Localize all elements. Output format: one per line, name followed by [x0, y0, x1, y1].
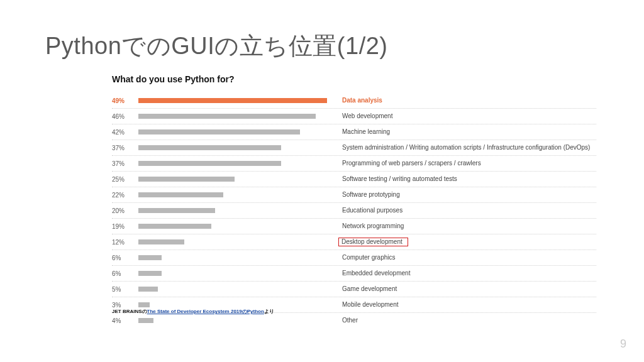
- chart-bar-track: [138, 255, 327, 260]
- chart-bar: [138, 239, 184, 244]
- chart-row-label: Network programming: [341, 222, 405, 231]
- chart-bar: [138, 255, 162, 260]
- chart-bar: [138, 114, 316, 119]
- chart-bar: [138, 287, 158, 292]
- source-prefix: JET BRAINSの: [112, 309, 147, 314]
- page-number: 9: [620, 337, 626, 351]
- chart-row-percent: 42%: [112, 129, 138, 136]
- chart-row: 49%Data analysis: [112, 93, 596, 109]
- chart-row-label: Programming of web parsers / scrapers / …: [341, 159, 482, 168]
- chart-row: 19%Network programming: [112, 219, 596, 234]
- chart-row: 37%System administration / Writing autom…: [112, 140, 596, 156]
- chart-title: What do you use Python for?: [112, 74, 596, 84]
- chart-rows: 49%Data analysis46%Web development42%Mac…: [112, 93, 596, 328]
- chart-bar-track: [138, 302, 327, 307]
- chart-row-percent: 12%: [112, 239, 138, 246]
- chart-row: 12%Desktop development: [112, 234, 596, 250]
- chart-bar-track: [138, 192, 327, 197]
- chart-row-label: Other: [341, 316, 359, 325]
- source-suffix: より: [264, 309, 274, 314]
- chart-row-percent: 6%: [112, 255, 138, 261]
- chart-row: 42%Machine learning: [112, 124, 596, 140]
- chart-row-percent: 20%: [112, 207, 138, 214]
- chart-row-label: Software prototyping: [341, 190, 401, 199]
- chart-row: 5%Game development: [112, 282, 596, 297]
- chart-bar: [138, 129, 300, 134]
- chart-bar-track: [138, 129, 327, 134]
- chart-row-label: Desktop development: [338, 238, 408, 246]
- chart-row: 37%Programming of web parsers / scrapers…: [112, 156, 596, 172]
- chart-bar: [138, 98, 327, 103]
- source-link[interactable]: The State of Developer Ecosystem 2019のPy…: [147, 309, 264, 314]
- chart-block: What do you use Python for? 49%Data anal…: [112, 74, 596, 328]
- chart-row-label: Educational purposes: [341, 206, 404, 215]
- chart-row-percent: 3%: [112, 302, 138, 309]
- chart-bar-track: [138, 177, 327, 182]
- source-line: JET BRAINSのThe State of Developer Ecosys…: [112, 308, 274, 315]
- chart-bar-track: [138, 239, 327, 244]
- chart-bar: [138, 192, 223, 197]
- chart-row-label: System administration / Writing automati…: [341, 143, 591, 152]
- slide-title: PythonでのGUIの立ち位置(1/2): [45, 30, 388, 62]
- chart-bar: [138, 271, 162, 276]
- chart-bar-track: [138, 224, 327, 229]
- chart-row-percent: 46%: [112, 113, 138, 120]
- chart-bar: [138, 302, 150, 307]
- chart-bar: [138, 177, 235, 182]
- chart-row-label: Web development: [341, 112, 394, 121]
- chart-row: 22%Software prototyping: [112, 187, 596, 203]
- chart-bar-track: [138, 318, 327, 323]
- chart-row-label: Data analysis: [341, 96, 384, 105]
- chart-row-percent: 4%: [112, 317, 138, 324]
- chart-bar-track: [138, 287, 327, 292]
- chart-bar-track: [138, 98, 327, 103]
- chart-row: 6%Embedded development: [112, 266, 596, 282]
- chart-bar: [138, 224, 211, 229]
- chart-bar: [138, 318, 153, 323]
- chart-row: 20%Educational purposes: [112, 203, 596, 219]
- chart-row-label: Computer graphics: [341, 253, 396, 262]
- chart-row: 6%Computer graphics: [112, 250, 596, 266]
- chart-row-percent: 49%: [112, 97, 138, 104]
- chart-row-percent: 19%: [112, 223, 138, 230]
- chart-row-label: Software testing / writing automated tes…: [341, 175, 458, 184]
- chart-row-label: Embedded development: [341, 269, 411, 278]
- chart-row-percent: 5%: [112, 286, 138, 293]
- chart-row-percent: 22%: [112, 192, 138, 199]
- chart-bar-track: [138, 145, 327, 150]
- chart-row-percent: 25%: [112, 176, 138, 183]
- chart-row-label: Game development: [341, 285, 398, 293]
- chart-row: 25%Software testing / writing automated …: [112, 172, 596, 187]
- chart-row-label: Machine learning: [341, 128, 391, 136]
- chart-bar-track: [138, 208, 327, 213]
- chart-row-label: Mobile development: [341, 300, 400, 309]
- chart-bar-track: [138, 161, 327, 166]
- chart-row-percent: 37%: [112, 160, 138, 167]
- chart-bar-track: [138, 114, 327, 119]
- chart-bar-track: [138, 271, 327, 276]
- chart-bar: [138, 161, 281, 166]
- chart-row-percent: 6%: [112, 270, 138, 277]
- chart-row: 46%Web development: [112, 109, 596, 124]
- chart-row-percent: 37%: [112, 145, 138, 151]
- chart-bar: [138, 145, 281, 150]
- chart-row: 4%Other: [112, 313, 596, 328]
- chart-bar: [138, 208, 215, 213]
